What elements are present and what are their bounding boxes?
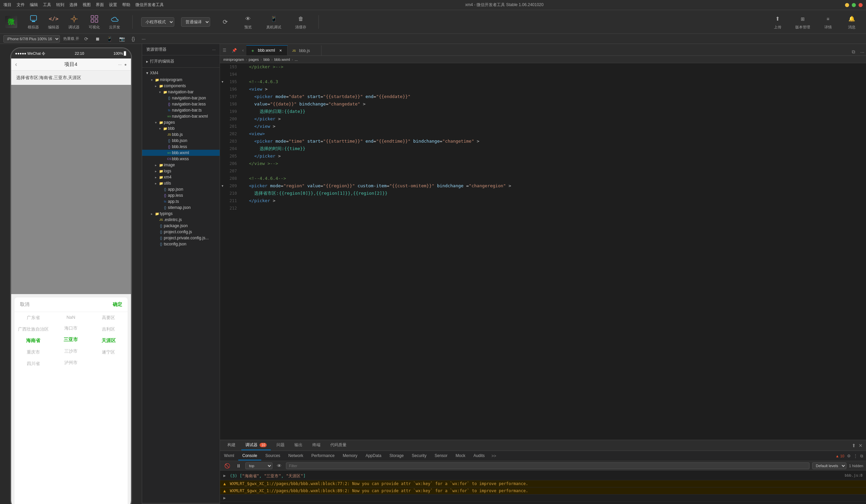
devtools-subtab-console[interactable]: Console	[238, 451, 261, 460]
devtools-tab-output[interactable]: 输出	[290, 440, 307, 450]
breadcrumb-bbb[interactable]: bbb	[263, 57, 269, 61]
menu-item-view[interactable]: 视图	[82, 2, 91, 8]
upload-button[interactable]: ⬆ 上传	[768, 12, 787, 32]
devtools-tab-problems[interactable]: 问题	[273, 440, 289, 450]
menu-item-project[interactable]: 项目	[3, 2, 11, 8]
phone-back-icon[interactable]: ‹	[15, 61, 17, 68]
menu-item-goto[interactable]: 转到	[56, 2, 64, 8]
breadcrumb-pages[interactable]: pages	[249, 57, 259, 61]
tree-item-project-config[interactable]: {} project.config.js	[142, 229, 220, 235]
devtools-tab-terminal[interactable]: 终端	[308, 440, 324, 450]
devtools-close-btn[interactable]: ✕	[858, 443, 863, 448]
code-editor[interactable]: 193 </picker >--> 194 ▾ 195 <!--4.4.6.3 …	[220, 63, 866, 440]
menu-item-settings[interactable]: 设置	[109, 2, 117, 8]
tree-item-typings[interactable]: ▸ 📁 typings	[142, 210, 220, 217]
console-context-select[interactable]: top	[245, 462, 273, 469]
debugger-button[interactable]: 调试器	[65, 12, 83, 32]
console-level-select[interactable]: Default levels	[812, 462, 846, 469]
more-editor-btn[interactable]: ···	[858, 49, 866, 55]
file-tree-more-btn[interactable]: ···	[212, 47, 215, 52]
tree-item-app-json[interactable]: {} app.json	[142, 186, 220, 192]
minimize-button[interactable]: —	[845, 3, 849, 7]
console-pause-btn[interactable]: ⏸	[234, 462, 243, 469]
breadcrumb-bbb-wxml[interactable]: bbb.wxml	[275, 57, 290, 61]
maximize-button[interactable]: □	[852, 3, 856, 7]
fold-arrow-btn[interactable]: ▾	[220, 182, 225, 190]
fold-arrow[interactable]	[220, 123, 225, 130]
menu-item-interface[interactable]: 界面	[96, 2, 104, 8]
fold-arrow[interactable]	[220, 130, 225, 138]
fold-arrow[interactable]	[220, 197, 225, 205]
fold-arrow[interactable]	[220, 115, 225, 123]
tree-item-miniprogram[interactable]: ▾ 📁 miniprogram	[142, 77, 220, 83]
open-editors-title[interactable]: ▸ 打开的编辑器	[142, 57, 220, 66]
gear-icon[interactable]: ⚙	[847, 454, 851, 458]
devtools-subtab-memory[interactable]: Memory	[339, 451, 362, 460]
detail-button[interactable]: ≡ 详情	[819, 12, 837, 32]
preview-button[interactable]: 👁 预览	[240, 12, 256, 32]
phone-icon-btn[interactable]: 📱	[105, 35, 114, 42]
code-btn[interactable]: {}	[130, 35, 136, 42]
fold-arrow[interactable]	[220, 190, 225, 197]
fold-arrow[interactable]	[220, 205, 225, 212]
breadcrumb-more[interactable]: ...	[295, 57, 298, 61]
more-icon[interactable]: ⋮	[854, 454, 857, 458]
console-source[interactable]: bbb.js:8	[845, 473, 863, 478]
tab-back-btn[interactable]: ‹	[240, 45, 246, 55]
tree-item-bbb-js[interactable]: JS bbb.js	[142, 131, 220, 138]
picker-column-2[interactable]: NaN 海口市 三亚市 三沙市 泸州市	[52, 312, 90, 504]
picker-item[interactable]: 高要区	[90, 312, 127, 323]
mode-select[interactable]: 小程序模式	[141, 17, 174, 27]
picker-item[interactable]: 吉利区	[90, 323, 127, 335]
console-clear-btn[interactable]: 🚫	[223, 462, 232, 469]
tree-item-bbb[interactable]: ▾ 📁 bbb	[142, 125, 220, 131]
fold-arrow[interactable]	[220, 167, 225, 175]
fold-arrow[interactable]	[220, 152, 225, 160]
menu-item-help[interactable]: 帮助	[122, 2, 130, 8]
menu-item-select[interactable]: 选择	[69, 2, 78, 8]
devtools-expand-btn[interactable]: ⬆	[852, 443, 856, 448]
clean-button[interactable]: 🗑 清缓存	[291, 12, 310, 32]
picker-item-selected[interactable]: 三亚市	[52, 334, 90, 345]
picker-column-3[interactable]: 高要区 吉利区 天涯区 遂宁区	[90, 312, 127, 504]
expand-icon[interactable]: ▶	[223, 473, 226, 478]
tree-item-nav-wxml[interactable]: wx navigation-bar.wxml	[142, 113, 220, 119]
tree-item-nav-less[interactable]: {} navigation-bar.less	[142, 101, 220, 107]
picker-item[interactable]: 广西壮族自治区	[14, 323, 52, 335]
tree-item-bbb-wxml[interactable]: wx bbb.wxml	[142, 150, 220, 156]
devtools-tab-debugger[interactable]: 调试器 10	[241, 440, 271, 450]
fold-arrow[interactable]	[220, 145, 225, 152]
tree-item-package-json[interactable]: {} package.json	[142, 223, 220, 229]
tree-item-app-ts[interactable]: ts app.ts	[142, 198, 220, 205]
tree-item-bbb-less[interactable]: {} bbb.less	[142, 144, 220, 150]
compile-select[interactable]: 普通编译	[181, 17, 210, 27]
dots-btn[interactable]: ···	[140, 35, 147, 42]
message-button[interactable]: 🔔 消息	[842, 12, 861, 32]
fold-arrow[interactable]	[220, 63, 225, 71]
devtools-subtab-appdata[interactable]: AppData	[362, 451, 386, 460]
device-select[interactable]: iPhone 6/7/8 Plus 100% 16	[3, 35, 60, 43]
tab-icons-left[interactable]: ☰	[220, 45, 229, 55]
tab-bbb-js[interactable]: JS bbb.js	[288, 45, 322, 55]
devtools-subtab-network[interactable]: Network	[284, 451, 307, 460]
tree-item-nav-ts[interactable]: ts navigation-bar.ts	[142, 107, 220, 113]
fold-arrow[interactable]	[220, 160, 225, 167]
picker-item[interactable]: 广东省	[14, 312, 52, 323]
tree-item-utils[interactable]: ▸ 📁 utils	[142, 180, 220, 186]
tree-item-bbb-wxss[interactable]: CS bbb.wxss	[142, 156, 220, 162]
devtools-subtab-sensor[interactable]: Sensor	[431, 451, 452, 460]
devtools-subtab-storage[interactable]: Storage	[386, 451, 408, 460]
breadcrumb-miniprogram[interactable]: miniprogram	[223, 57, 244, 61]
visual-button[interactable]: 可视化	[85, 12, 103, 32]
devtools-tab-build[interactable]: 构建	[223, 440, 240, 450]
fold-arrow[interactable]	[220, 138, 225, 145]
picker-item[interactable]: 海口市	[52, 322, 90, 334]
picker-item[interactable]: 重庆市	[14, 346, 52, 358]
devtools-subtab-security[interactable]: Security	[408, 451, 431, 460]
tree-item-components[interactable]: ▸ 📁 components	[142, 83, 220, 89]
tree-item-project-private[interactable]: {} project.private.config.js...	[142, 235, 220, 241]
tree-item-tsconfig[interactable]: {} tsconfig.json	[142, 241, 220, 247]
tree-item-pages[interactable]: ▾ 📁 pages	[142, 119, 220, 125]
project-title[interactable]: ▾ XM4	[142, 69, 220, 77]
fold-arrow[interactable]	[220, 175, 225, 182]
